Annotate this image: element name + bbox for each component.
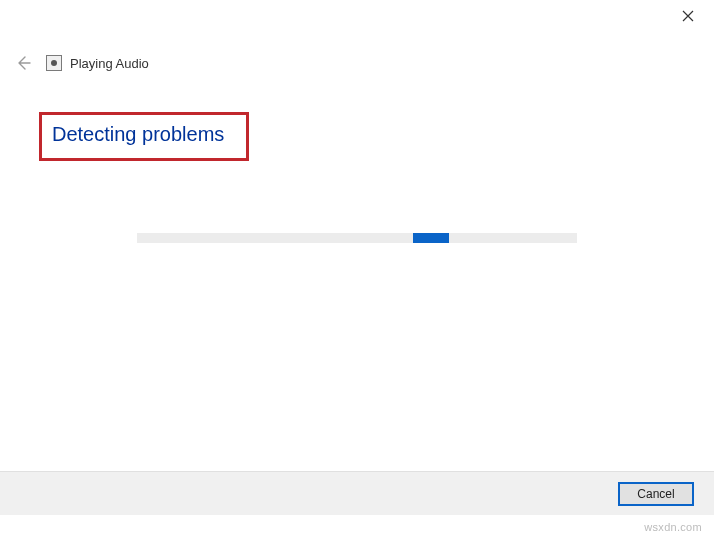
troubleshooter-icon <box>46 55 62 71</box>
content-area: Detecting problems <box>0 72 714 243</box>
watermark-text: wsxdn.com <box>644 521 702 533</box>
close-icon <box>682 10 694 22</box>
status-heading: Detecting problems <box>52 123 224 146</box>
window-title: Playing Audio <box>70 56 149 71</box>
titlebar <box>0 0 714 40</box>
back-arrow-icon <box>15 55 31 71</box>
progress-indicator <box>413 233 449 243</box>
heading-highlight-box: Detecting problems <box>39 112 249 161</box>
footer-bar: Cancel <box>0 471 714 515</box>
close-button[interactable] <box>680 8 696 24</box>
progress-bar <box>137 233 577 243</box>
back-button[interactable] <box>14 54 32 72</box>
cancel-button[interactable]: Cancel <box>618 482 694 506</box>
title-group: Playing Audio <box>46 55 149 71</box>
header-bar: Playing Audio <box>0 40 714 72</box>
